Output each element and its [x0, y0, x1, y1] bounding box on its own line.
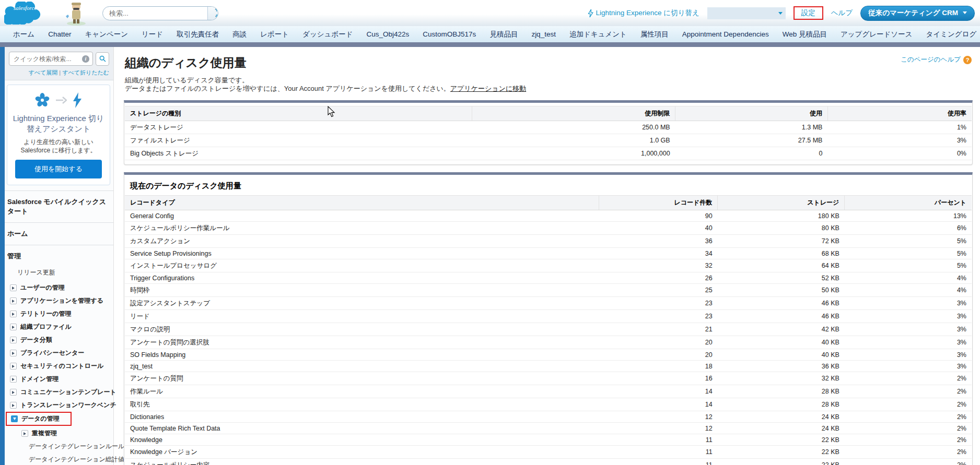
tab-item[interactable]: 見積品目: [483, 30, 524, 39]
value-cell: 14: [599, 385, 718, 398]
sidebar-data-mgmt-item[interactable]: データインテグレーションルール: [5, 440, 113, 453]
tab-item[interactable]: レポート: [253, 30, 296, 39]
header-search-input[interactable]: [103, 9, 207, 17]
user-menu-dropdown[interactable]: [707, 7, 786, 19]
tab-item[interactable]: 取引先責任者: [170, 30, 226, 39]
sidebar-item-data-management[interactable]: データの管理: [7, 413, 71, 425]
tree-collapsed-icon[interactable]: [10, 284, 17, 291]
tree-collapsed-icon[interactable]: [10, 389, 17, 396]
sidebar-tree-item[interactable]: ドメイン管理: [5, 373, 113, 386]
setup-link[interactable]: 設定: [801, 9, 815, 17]
tab-item[interactable]: Web 見積品目: [776, 30, 834, 39]
tree-collapsed-icon[interactable]: [10, 297, 17, 304]
help-link[interactable]: ヘルプ: [831, 8, 853, 18]
sidebar-data-mgmt-item[interactable]: データインテグレーション総計値: [5, 453, 113, 465]
row-label-cell: General Config: [125, 210, 599, 221]
value-cell: 90: [599, 210, 718, 221]
sidebar-tree-item[interactable]: データ分類: [5, 333, 113, 347]
setup-color-band: [0, 42, 980, 47]
go-to-app-link[interactable]: アプリケーションに移動: [450, 85, 526, 92]
value-cell: 180 KB: [718, 210, 845, 221]
tab-item[interactable]: 商談: [226, 30, 253, 39]
sidebar-tree-item[interactable]: アプリケーションを管理する: [5, 294, 113, 307]
tab-item[interactable]: タイミングログ: [919, 30, 980, 39]
help-question-icon[interactable]: ?: [963, 56, 972, 64]
collapse-all-link[interactable]: すべて折りたたむ: [62, 69, 109, 76]
salesforce-logo[interactable]: salesforce: [4, 2, 50, 25]
sidebar-tree-item[interactable]: コミュニケーションテンプレート: [5, 386, 113, 399]
value-cell: 11: [599, 458, 718, 465]
tab-item[interactable]: zjq_test: [524, 30, 563, 38]
tree-expanded-icon[interactable]: [11, 415, 18, 422]
column-header: レコードタイプ: [125, 195, 599, 210]
value-cell: 24 KB: [718, 411, 845, 422]
tree-collapsed-icon[interactable]: [21, 430, 28, 437]
table-row: アンケートの質問の選択肢2040 KB3%: [125, 336, 972, 349]
sidebar-tree-item[interactable]: ユーザーの管理: [5, 281, 113, 294]
table-row: Trigger Configurations2652 KB4%: [125, 272, 972, 283]
tab-item[interactable]: Appointment Dependencies: [675, 30, 776, 38]
quick-find-search-button[interactable]: [96, 52, 109, 66]
value-cell: 3%: [845, 349, 972, 360]
tree-collapsed-icon[interactable]: [10, 376, 17, 383]
info-icon: i: [82, 55, 89, 63]
column-header: ストレージ: [718, 195, 845, 210]
sidebar-tree-item[interactable]: 組織プロファイル: [5, 320, 113, 333]
tab-item[interactable]: ホーム: [6, 30, 41, 39]
value-cell: 16: [599, 372, 718, 385]
tab-item[interactable]: Chatter: [41, 30, 78, 38]
table-row: SO Fields Mapping2040 KB3%: [125, 349, 972, 360]
value-cell: 11: [599, 445, 718, 458]
value-cell: 80 KB: [718, 221, 845, 234]
get-started-button[interactable]: 使用を開始する: [15, 160, 102, 178]
page-help-link[interactable]: このページのヘルプ: [901, 55, 961, 64]
value-cell: 2%: [845, 385, 972, 398]
row-label-cell: Knowledge: [125, 434, 599, 445]
table-row: Quote Template Rich Text Data1224 KB2%: [125, 422, 972, 434]
tab-item[interactable]: アップグレードソース: [834, 30, 919, 39]
value-cell: 28 KB: [718, 385, 845, 398]
sidebar-item-duplicate-management[interactable]: 重複管理: [5, 427, 113, 440]
tree-collapsed-icon[interactable]: [10, 402, 17, 409]
table-row: Knowledge1122 KB2%: [125, 434, 972, 445]
tree-collapsed-icon[interactable]: [10, 324, 17, 330]
tab-item[interactable]: Cus_Obj422s: [360, 30, 416, 38]
value-cell: 64 KB: [718, 259, 845, 272]
tab-item[interactable]: 属性項目: [634, 30, 675, 39]
tab-item[interactable]: ダッシュボード: [296, 30, 359, 39]
sidebar-tree-item[interactable]: セキュリティのコントロール: [5, 360, 113, 373]
tree-collapsed-icon[interactable]: [10, 337, 17, 343]
tab-item[interactable]: リード: [135, 30, 170, 39]
tab-item[interactable]: CustomOBJ517s: [416, 30, 483, 38]
app-menu-button[interactable]: 従来のマーケティング CRM: [860, 6, 975, 21]
value-cell: 32 KB: [718, 372, 845, 385]
sidebar-item-mobile-quickstart[interactable]: Salesforce モバイルクイックスタート: [5, 190, 113, 222]
value-cell: 22 KB: [718, 445, 845, 458]
value-cell: 32: [599, 259, 718, 272]
value-cell: 2%: [845, 398, 972, 411]
row-label-cell: Dictionaries: [125, 411, 599, 422]
expand-all-link[interactable]: すべて展開: [28, 69, 57, 76]
sidebar-tree-item[interactable]: テリトリーの管理: [5, 307, 113, 320]
arrow-right-icon: [55, 97, 67, 104]
tree-collapsed-icon[interactable]: [10, 311, 17, 317]
header-search-button[interactable]: 検索: [207, 7, 218, 20]
lx-card-body: より生産性の高い新しい Salesforce に移行します。: [11, 138, 106, 154]
table-row: 設定アシスタントステップ2346 KB3%: [125, 296, 972, 309]
usage-section-title: 現在のデータのディスク使用量: [125, 178, 972, 195]
quick-find-input[interactable]: [14, 55, 82, 63]
tab-item[interactable]: 追加ドキュメント: [563, 30, 634, 39]
tree-collapsed-icon[interactable]: [10, 350, 17, 356]
tab-bar: ホームChatterキャンペーンリード取引先責任者商談レポートダッシュボードCu…: [0, 26, 980, 42]
sidebar-tree-item[interactable]: プライバシーセンター: [5, 347, 113, 360]
tree-collapsed-icon[interactable]: [10, 363, 17, 369]
value-cell: 34: [599, 247, 718, 259]
sidebar-item-release-updates[interactable]: リリース更新: [5, 267, 113, 281]
lightning-switch-link[interactable]: Lightning Experience に切り替え: [588, 8, 699, 18]
value-cell: 2%: [845, 434, 972, 445]
sidebar-tree-item[interactable]: トランスレーションワークベンチ: [5, 399, 113, 412]
sidebar-item-home[interactable]: ホーム: [5, 222, 113, 245]
tab-item[interactable]: キャンペーン: [78, 30, 135, 39]
current-data-usage-block: 現在のデータのディスク使用量 レコードタイプレコード件数ストレージパーセント G…: [124, 172, 973, 465]
table-row: データストレージ250.0 MB1.3 MB1%: [125, 121, 972, 134]
